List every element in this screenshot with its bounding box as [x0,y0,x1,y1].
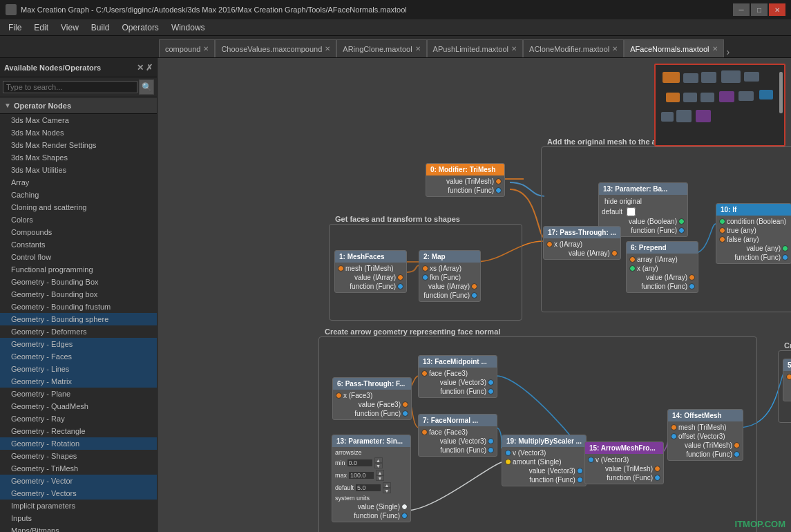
list-item-geo-rotation[interactable]: Geometry - Rotation [0,437,157,450]
list-item-geo-boundingbox[interactable]: Geometry - Bounding box [0,288,157,301]
tab-close-apushlimited[interactable]: ✕ [511,45,517,53]
list-item-constants[interactable]: Constants [0,238,157,251]
list-item-geo-quadmesh[interactable]: Geometry - QuadMesh [0,400,157,412]
input-port [719,218,725,225]
tab-close-aringclone[interactable]: ✕ [415,45,421,53]
node-if[interactable]: 10: If condition (Boolean) true (any) fa… [716,203,791,264]
list-item-geo-matrix[interactable]: Geometry - Matrix [0,375,157,388]
list-item-geo-bbox[interactable]: Geometry - Bounding Box [0,276,157,288]
node-row: mesh (TriMesh) [335,264,406,273]
list-item-geo-plane[interactable]: Geometry - Plane [0,388,157,400]
node-pass6[interactable]: 6: Pass-Through: F... x (Face3) value (F… [332,377,412,420]
output-port [577,468,583,474]
list-item-geo-faces[interactable]: Geometry - Faces [0,350,157,363]
node-multiply[interactable]: 19: MultiplyByScaler ... v (Vector3) amo… [502,435,587,486]
list-item-geo-frustum[interactable]: Geometry - Bounding frustum [0,301,157,313]
list-item-geo-shapes[interactable]: Geometry - Shapes [0,450,157,462]
maximize-button[interactable]: □ [751,3,768,16]
tab-choosevalues[interactable]: ChooseValues.maxcompound ✕ [215,39,336,57]
param-max-up[interactable]: ▲ [376,470,384,475]
param-default-up[interactable]: ▲ [383,482,391,488]
node-facenormal[interactable]: 7: FaceNormal ... face (Face3) value (Ve… [418,414,497,457]
node-pass17[interactable]: 17: Pass-Through: ... x (IArray) value (… [543,226,621,260]
list-item-3ds-camera[interactable]: 3ds Max Camera [0,114,157,126]
list-item-geo-ray[interactable]: Geometry - Ray [0,412,157,425]
canvas-area[interactable]: Get faces and transform to shapes Add th… [158,58,791,532]
list-item-geo-lines[interactable]: Geometry - Lines [0,363,157,375]
output-port [689,274,695,281]
tab-close-compound[interactable]: ✕ [203,45,209,53]
menu-windows[interactable]: Windows [166,21,211,34]
list-item-geo-trimesh[interactable]: Geometry - TriMesh [0,462,157,475]
list-item-cloning[interactable]: Cloning and scattering [0,201,157,213]
tab-aringclone[interactable]: ARingClone.maxtool ✕ [336,39,426,57]
list-item-geo-vector[interactable]: Geometry - Vector [0,475,157,487]
menu-operators[interactable]: Operators [117,21,164,34]
minimap-node [721,70,741,83]
output-port [654,466,660,472]
list-item-3ds-nodes[interactable]: 3ds Max Nodes [0,126,157,139]
param-checkbox[interactable] [627,207,636,216]
list-item-implicit[interactable]: Implicit parameters [0,500,157,512]
menu-edit[interactable]: Edit [28,21,54,34]
minimap[interactable] [654,64,785,146]
list-item-geo-vectors[interactable]: Geometry - Vectors [0,487,157,500]
node-row: array (IArray) [627,255,698,264]
node-combineall[interactable]: 5: CombineAllMeshes ... meshes (IArray) … [783,359,791,401]
node-row: value (TriMesh) [426,177,504,186]
list-item-array[interactable]: Array [0,176,157,189]
menu-file[interactable]: File [3,21,27,34]
minimize-button[interactable]: ─ [733,3,750,16]
menu-build[interactable]: Build [86,21,115,34]
node-modifier-trimesh[interactable]: 0: Modifier: TriMesh value (TriMesh) fun… [426,163,505,197]
list-item-inputs[interactable]: Inputs [0,512,157,524]
tab-scroll-right[interactable]: › [727,46,730,57]
node-meshfaces[interactable]: 1: MeshFaces mesh (TriMesh) value (IArra… [334,250,407,293]
list-item-3ds-utilities[interactable]: 3ds Max Utilities [0,164,157,176]
param-max-input[interactable] [348,471,374,479]
search-input[interactable] [3,81,137,93]
list-item-geo-sphere[interactable]: Geometry - Bounding sphere [0,313,157,325]
param-min-down[interactable]: ▼ [374,463,383,468]
param-min-up[interactable]: ▲ [374,457,383,463]
list-item-3ds-shapes[interactable]: 3ds Max Shapes [0,151,157,164]
tab-compound[interactable]: compound ✕ [159,39,215,57]
tab-close-choosevalues[interactable]: ✕ [325,45,330,53]
param-default-input[interactable] [355,484,381,492]
node-arrowmesh[interactable]: 15: ArrowMeshFro... v (Vector3) value (T… [584,441,664,484]
list-item-compounds[interactable]: Compounds [0,226,157,238]
menu-view[interactable]: View [55,21,84,34]
list-item-3ds-render[interactable]: 3ds Max Render Settings [0,139,157,151]
port-label: value (IArray) [428,283,470,290]
param-min-input[interactable] [347,459,373,467]
list-item-geo-edges[interactable]: Geometry - Edges [0,338,157,350]
node-map[interactable]: 2: Map xs (IArray) fkn (Func) value (IAr… [419,250,481,302]
param-default-down[interactable]: ▼ [383,488,391,493]
sidebar-close-button[interactable]: ✕ ✗ [137,63,153,73]
close-button[interactable]: ✕ [769,3,785,16]
tab-close-aclonemodifier[interactable]: ✕ [612,45,618,53]
search-button[interactable]: 🔍 [139,79,154,95]
node-list[interactable]: 3ds Max Camera 3ds Max Nodes 3ds Max Ren… [0,114,157,532]
list-item-maps[interactable]: Maps/Bitmaps [0,524,157,532]
node-prepend[interactable]: 6: Prepend array (IArray) x (any) value … [626,241,698,293]
tab-close-afacenormals[interactable]: ✕ [712,45,718,53]
node-param-single[interactable]: 13: Parameter: Sin... arrowsize min ▲ ▼ … [332,435,411,522]
port-label: value (TriMesh) [605,465,653,473]
node-offsetmesh[interactable]: 14: OffsetMesh mesh (TriMesh) offset (Ve… [667,409,743,461]
port-label: function (Func) [641,283,687,290]
tab-afacenormals[interactable]: AFaceNormals.maxtool ✕ [624,39,723,57]
param-max-down[interactable]: ▼ [376,475,384,481]
list-item-caching[interactable]: Caching [0,189,157,201]
list-item-colors[interactable]: Colors [0,213,157,226]
node-row: function (Func) [332,511,410,520]
tree-header[interactable]: ▼ Operator Nodes [0,97,157,114]
tab-apushlimited[interactable]: APushLimited.maxtool ✕ [427,39,523,57]
list-item-functional[interactable]: Functional programming [0,263,157,276]
list-item-geo-deformers[interactable]: Geometry - Deformers [0,325,157,338]
output-port [397,283,403,289]
list-item-control-flow[interactable]: Control flow [0,251,157,263]
node-facemidpoint[interactable]: 13: FaceMidpoint ... face (Face3) value … [418,355,497,398]
tab-aclonemodifier[interactable]: ACloneModifier.maxtool ✕ [523,39,624,57]
list-item-geo-rectangle[interactable]: Geometry - Rectangle [0,425,157,437]
